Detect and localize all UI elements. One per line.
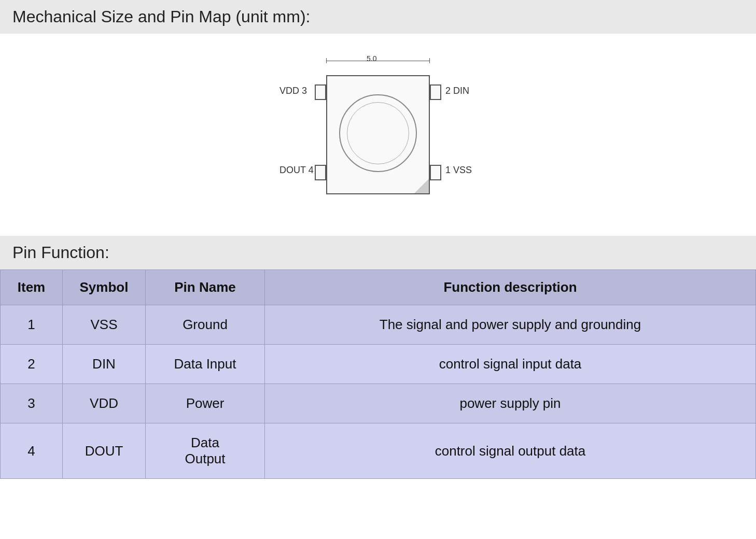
mechanical-section: Mechanical Size and Pin Map (unit mm): 5… bbox=[0, 0, 756, 236]
pin-diagram-area: 5.0 VDD 3 DOUT 4 2 DIN 1 VSS bbox=[0, 34, 756, 236]
table-row: 4DOUTDataOutputcontrol signal output dat… bbox=[1, 423, 756, 479]
table-header-row: Item Symbol Pin Name Function descriptio… bbox=[1, 270, 756, 305]
table-row: 3VDDPowerpower supply pin bbox=[1, 384, 756, 423]
pin-function-section: Pin Function: Item Symbol Pin Name Funct… bbox=[0, 236, 756, 479]
header-symbol: Symbol bbox=[63, 270, 146, 305]
cell-symbol: DIN bbox=[63, 345, 146, 384]
pin-function-table: Item Symbol Pin Name Function descriptio… bbox=[0, 270, 756, 479]
cell-pinname: DataOutput bbox=[146, 423, 265, 479]
pin-din-tab bbox=[430, 84, 441, 100]
mechanical-title-text: Mechanical Size and Pin Map (unit mm): bbox=[12, 7, 310, 26]
pin-vdd-tab bbox=[315, 84, 326, 100]
cell-pinname: Data Input bbox=[146, 345, 265, 384]
cell-item: 2 bbox=[1, 345, 63, 384]
cell-symbol: VSS bbox=[63, 305, 146, 345]
cell-function: The signal and power supply and groundin… bbox=[265, 305, 756, 345]
pin-function-title: Pin Function: bbox=[0, 236, 756, 270]
cell-item: 1 bbox=[1, 305, 63, 345]
chip-body bbox=[326, 75, 430, 194]
table-row: 2DINData Inputcontrol signal input data bbox=[1, 345, 756, 384]
table-body: 1VSSGroundThe signal and power supply an… bbox=[1, 305, 756, 479]
pin-dout-tab bbox=[315, 165, 326, 180]
cell-item: 4 bbox=[1, 423, 63, 479]
header-item: Item bbox=[1, 270, 63, 305]
mechanical-title: Mechanical Size and Pin Map (unit mm): bbox=[0, 0, 756, 34]
label-vss: 1 VSS bbox=[445, 165, 472, 176]
chip-circle-outer bbox=[339, 94, 417, 172]
cell-function: control signal output data bbox=[265, 423, 756, 479]
chip-circle-inner bbox=[347, 102, 409, 164]
chip-corner-mark bbox=[414, 179, 429, 193]
header-pinname: Pin Name bbox=[146, 270, 265, 305]
dimension-label: 5.0 bbox=[367, 54, 376, 63]
cell-symbol: VDD bbox=[63, 384, 146, 423]
table-row: 1VSSGroundThe signal and power supply an… bbox=[1, 305, 756, 345]
pin-function-title-text: Pin Function: bbox=[12, 243, 109, 262]
pin-vss-tab bbox=[430, 165, 441, 180]
cell-item: 3 bbox=[1, 384, 63, 423]
label-din: 2 DIN bbox=[445, 86, 469, 96]
pin-diagram: 5.0 VDD 3 DOUT 4 2 DIN 1 VSS bbox=[279, 54, 477, 220]
cell-pinname: Power bbox=[146, 384, 265, 423]
cell-function: power supply pin bbox=[265, 384, 756, 423]
cell-symbol: DOUT bbox=[63, 423, 146, 479]
cell-function: control signal input data bbox=[265, 345, 756, 384]
cell-pinname: Ground bbox=[146, 305, 265, 345]
dimension-line bbox=[326, 61, 430, 61]
label-dout: DOUT 4 bbox=[279, 165, 314, 176]
header-function: Function description bbox=[265, 270, 756, 305]
label-vdd: VDD 3 bbox=[279, 86, 307, 96]
